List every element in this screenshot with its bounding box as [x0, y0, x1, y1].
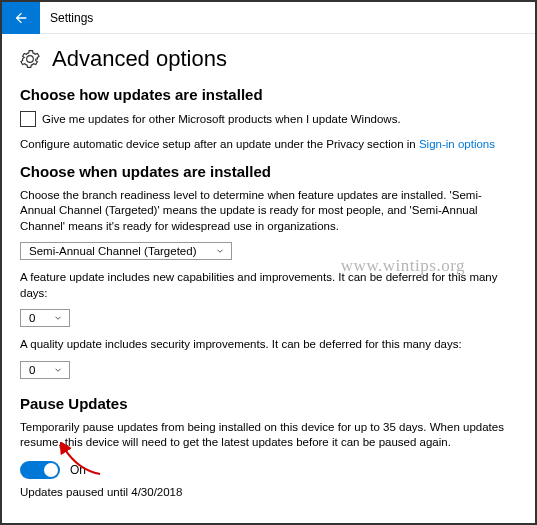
app-title: Settings — [50, 11, 93, 25]
branch-readiness-dropdown[interactable]: Semi-Annual Channel (Targeted) — [20, 242, 232, 260]
quality-defer-dropdown[interactable]: 0 — [20, 361, 70, 379]
paused-until-text: Updates paused until 4/30/2018 — [20, 485, 517, 501]
pause-updates-toggle[interactable] — [20, 461, 60, 479]
feature-defer-value: 0 — [29, 312, 35, 324]
checkbox-row-other-products[interactable]: Give me updates for other Microsoft prod… — [20, 111, 517, 127]
back-button[interactable] — [2, 2, 40, 34]
content-area: Advanced options Choose how updates are … — [2, 34, 535, 500]
arrow-left-icon — [13, 10, 29, 26]
checkbox-other-products[interactable] — [20, 111, 36, 127]
checkbox-label-other-products: Give me updates for other Microsoft prod… — [42, 113, 401, 125]
branch-readiness-value: Semi-Annual Channel (Targeted) — [29, 245, 196, 257]
section-heading-pause: Pause Updates — [20, 395, 517, 412]
chevron-down-icon — [53, 365, 63, 375]
signin-options-link[interactable]: Sign-in options — [419, 138, 495, 150]
quality-defer-value: 0 — [29, 364, 35, 376]
page-title: Advanced options — [52, 46, 227, 72]
config-text-prefix: Configure automatic device setup after a… — [20, 138, 419, 150]
pause-description: Temporarily pause updates from being ins… — [20, 420, 517, 451]
pause-toggle-row: On — [20, 461, 517, 479]
feature-update-text: A feature update includes new capabiliti… — [20, 270, 517, 301]
page-title-row: Advanced options — [20, 46, 517, 72]
section-heading-when: Choose when updates are installed — [20, 163, 517, 180]
gear-icon — [20, 49, 40, 69]
chevron-down-icon — [215, 246, 225, 256]
config-device-text: Configure automatic device setup after a… — [20, 137, 517, 153]
pause-toggle-label: On — [70, 463, 86, 477]
branch-description: Choose the branch readiness level to det… — [20, 188, 517, 235]
title-bar: Settings — [2, 2, 535, 34]
section-heading-install: Choose how updates are installed — [20, 86, 517, 103]
feature-defer-dropdown[interactable]: 0 — [20, 309, 70, 327]
chevron-down-icon — [53, 313, 63, 323]
quality-update-text: A quality update includes security impro… — [20, 337, 517, 353]
